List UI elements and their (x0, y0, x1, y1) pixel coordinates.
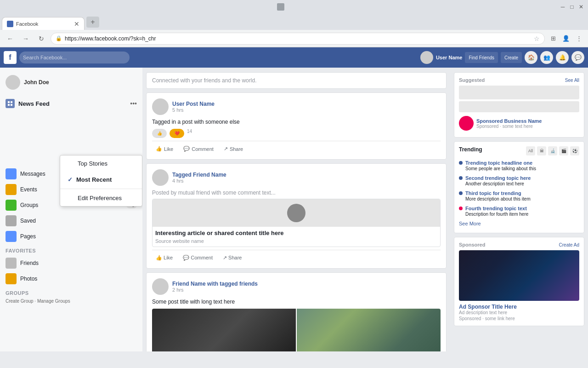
widget-top-item1 (459, 86, 579, 99)
home-icon[interactable]: 🏠 (525, 51, 537, 64)
fb-content: John Doe News Feed ••• Top Stories ✓ Mos… (0, 68, 588, 351)
sponsor-name[interactable]: Sponsored Business Name (476, 118, 579, 124)
svg-rect-0 (8, 101, 10, 103)
love-reaction-icon: ❤️ (170, 129, 184, 138)
browser-toolbar: ⊞ 👤 ⋮ (548, 33, 584, 44)
messages-icon[interactable]: 💬 (571, 51, 584, 64)
ad-title[interactable]: Ad Sponsor Title Here (459, 304, 579, 310)
post3-meta: Friend Name with tagged friends 2 hrs (172, 281, 441, 293)
sidebar-item-friends[interactable]: Friends (4, 255, 139, 271)
sponsored-title: Sponsored (459, 242, 485, 247)
trending-item-1-content: Trending topic headline one Some people … (465, 160, 536, 172)
post1-name[interactable]: User Post Name (172, 101, 441, 107)
friends-fav-icon (6, 258, 17, 269)
trending-item-3[interactable]: Third topic for trending More descriptio… (459, 189, 579, 204)
most-recent-checkmark: ✓ (68, 176, 73, 183)
fb-nav-avatar (420, 51, 433, 64)
widget-top-title: Suggested (459, 77, 485, 83)
comment-button[interactable]: 💬 Comment (180, 144, 217, 154)
newsfeed-row[interactable]: News Feed ••• (4, 96, 139, 111)
post1-avatar (152, 98, 169, 115)
see-more-trending[interactable]: See More (459, 219, 579, 228)
trending-filter-sports[interactable]: ⚽ (570, 146, 579, 155)
post2-comment-button[interactable]: 💬 Comment (179, 253, 216, 263)
post1-text: Tagged in a post with someone else (152, 119, 441, 125)
pages-sidebar-icon (6, 231, 17, 242)
friends-icon[interactable]: 👥 (540, 51, 553, 64)
trending-item-4[interactable]: Fourth trending topic text Description f… (459, 204, 579, 219)
sidebar-item-photos[interactable]: Photos (4, 271, 139, 287)
trending-item-1[interactable]: Trending topic headline one Some people … (459, 158, 579, 173)
most-recent-option[interactable]: ✓ Most Recent (60, 172, 142, 188)
trending-filter-entertainment[interactable]: 🎬 (559, 146, 568, 155)
post3-name[interactable]: Friend Name with tagged friends (172, 281, 441, 287)
refresh-button[interactable]: ↻ (35, 32, 48, 45)
trending-item-2-text: Another description text here (465, 181, 531, 187)
trending-items: Trending topic headline one Some people … (459, 158, 579, 228)
create-ad-link[interactable]: Create Ad (559, 242, 579, 247)
trending-filter-science[interactable]: 🔬 (548, 146, 557, 155)
post2-share-button[interactable]: ↗ Share (219, 253, 245, 263)
svg-rect-2 (8, 104, 10, 106)
like-button[interactable]: 👍 Like (152, 144, 177, 154)
edit-preferences-option[interactable]: Edit Preferences (60, 190, 142, 206)
sponsor-avatar (459, 116, 474, 131)
post1-actions: 👍 Like 💬 Comment ↗ Share (152, 141, 441, 154)
post2-like-button[interactable]: 👍 Like (152, 253, 176, 263)
top-stories-option[interactable]: Top Stories (60, 155, 142, 172)
new-tab-button[interactable]: + (86, 17, 99, 28)
sidebar-item-saved[interactable]: Saved (4, 213, 139, 229)
post2-preview-image (153, 199, 440, 227)
like-icon: 👍 (156, 146, 162, 152)
post2-title[interactable]: Interesting article or shared content ti… (155, 230, 437, 236)
back-button[interactable]: ← (4, 32, 17, 45)
post2-shared-content: Interesting article or shared content ti… (152, 199, 441, 247)
post2-avatar (152, 169, 169, 186)
forward-button[interactable]: → (19, 32, 32, 45)
extensions-icon[interactable]: ⊞ (548, 33, 559, 44)
trending-title: Trending (459, 146, 482, 153)
sidebar-user[interactable]: John Doe (4, 72, 139, 92)
browser-chrome: ─ □ ✕ Facebook ✕ + ← → ↻ 🔒 https://www.f… (0, 0, 588, 47)
widget-top-item2 (459, 101, 579, 112)
address-field[interactable]: 🔒 https://www.facebook.com/?sk=h_chr ☆ (51, 33, 545, 45)
facebook-page: f Search Facebook... User Name Find Frie… (0, 47, 588, 351)
feed-post-3: Friend Name with tagged friends 2 hrs So… (146, 272, 447, 351)
share-button[interactable]: ↗ Share (220, 144, 247, 154)
close-button[interactable]: ✕ (578, 4, 584, 10)
ad-image[interactable] (459, 250, 579, 301)
active-tab[interactable]: Facebook ✕ (2, 17, 85, 30)
trending-filter-politics[interactable]: 🏛 (537, 146, 546, 155)
favorites-section-title: Favorites (4, 244, 139, 255)
post3-image-right[interactable] (297, 309, 441, 351)
tab-favicon (7, 21, 13, 27)
minimize-button[interactable]: ─ (560, 4, 566, 10)
post3-header: Friend Name with tagged friends 2 hrs (152, 278, 441, 295)
post2-tagged-text: Posted by mutual friend with some commen… (152, 190, 441, 196)
tab-close-button[interactable]: ✕ (74, 21, 79, 27)
user-icon[interactable]: 👤 (560, 33, 571, 44)
post3-image-left[interactable] (152, 309, 296, 351)
sidebar-item-pages[interactable]: Pages (4, 229, 139, 244)
post2-actions: 👍 Like 💬 Comment ↗ Share (152, 250, 441, 263)
trending-filter-all[interactable]: All (526, 146, 535, 155)
fb-search[interactable]: Search Facebook... (19, 52, 130, 63)
create-button[interactable]: Create (501, 52, 522, 63)
post2-name[interactable]: Tagged Friend Name (172, 172, 441, 178)
chrome-menu-icon[interactable]: ⋮ (573, 33, 584, 44)
find-friends-button[interactable]: Find Friends (465, 52, 498, 63)
fb-nav: User Name Find Friends Create 🏠 👥 🔔 💬 (420, 51, 584, 64)
trending-item-2[interactable]: Second trending topic here Another descr… (459, 173, 579, 189)
bookmark-icon[interactable]: ☆ (534, 35, 540, 42)
widget-top-action[interactable]: See All (565, 78, 579, 83)
reaction-count: 14 (187, 129, 192, 138)
maximize-button[interactable]: □ (569, 4, 575, 10)
ad-footer: Sponsored · some link here (459, 316, 579, 321)
sidebar-username: John Doe (24, 79, 49, 86)
sponsored-header: Sponsored Create Ad (459, 242, 579, 247)
feed-post-2: Tagged Friend Name 4 hrs Posted by mutua… (146, 163, 447, 269)
trending-item-3-text: More description about this item (465, 196, 531, 202)
newsfeed-menu-dots[interactable]: ••• (130, 100, 137, 107)
photos-fav-label: Photos (20, 276, 37, 282)
notifications-icon[interactable]: 🔔 (556, 51, 569, 64)
